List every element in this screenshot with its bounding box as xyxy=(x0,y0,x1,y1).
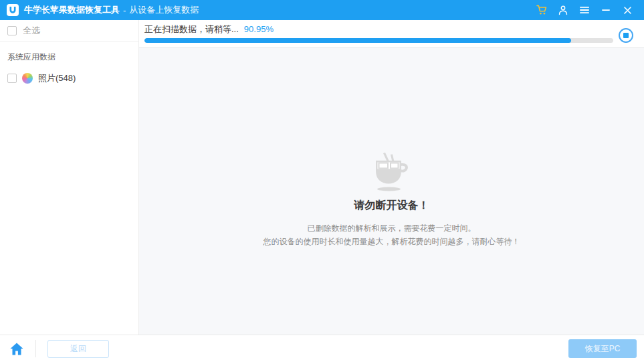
progress-bar-track xyxy=(144,38,613,43)
coffee-cup-icon xyxy=(370,152,414,192)
sidebar: 全选 系统应用数据 照片(548) xyxy=(0,20,139,335)
stop-icon xyxy=(623,33,629,38)
scan-status-text: 正在扫描数据，请稍等... xyxy=(144,23,239,35)
user-icon[interactable] xyxy=(554,3,572,17)
title-separator: - xyxy=(123,5,126,15)
footer-divider xyxy=(35,340,36,357)
do-not-disconnect-heading: 请勿断开设备！ xyxy=(354,199,429,213)
hamburger-menu-icon[interactable] xyxy=(576,3,593,17)
body: 全选 系统应用数据 照片(548) 正在扫描数据，请稍等... 90.95% xyxy=(0,20,644,335)
content-description-line1: 已删除数据的解析和展示，需要花费一定时间。 xyxy=(263,221,520,235)
window-subtitle: 从设备上恢复数据 xyxy=(129,4,199,16)
back-button[interactable]: 返回 xyxy=(47,340,109,358)
content-description-line2: 您的设备的使用时长和使用量越大，解析花费的时间越多，请耐心等待！ xyxy=(263,235,520,248)
photos-checkbox[interactable] xyxy=(7,74,17,83)
section-label-system-app-data: 系统应用数据 xyxy=(0,42,138,68)
app-title: 牛学长苹果数据恢复工具 xyxy=(24,4,120,16)
sidebar-item-photos[interactable]: 照片(548) xyxy=(0,68,138,88)
content-panel: 请勿断开设备！ 已删除数据的解析和展示，需要花费一定时间。 您的设备的使用时长和… xyxy=(139,48,644,335)
photos-flower-icon xyxy=(22,73,33,84)
scan-percent-value: 90.95% xyxy=(244,24,274,34)
photos-label: 照片(548) xyxy=(38,72,76,84)
select-all-row[interactable]: 全选 xyxy=(0,20,138,42)
content-description: 已删除数据的解析和展示，需要花费一定时间。 您的设备的使用时长和使用量越大，解析… xyxy=(263,221,520,248)
app-window: 牛学长苹果数据恢复工具 - 从设备上恢复数据 xyxy=(0,0,644,362)
scan-progress-row: 正在扫描数据，请稍等... 90.95% xyxy=(139,20,644,48)
recover-to-pc-button[interactable]: 恢复至PC xyxy=(568,339,637,358)
close-icon[interactable] xyxy=(619,3,636,17)
main-area: 正在扫描数据，请稍等... 90.95% xyxy=(139,20,644,335)
home-icon xyxy=(10,343,23,355)
stop-scan-button[interactable] xyxy=(619,28,633,43)
select-all-label: 全选 xyxy=(23,25,40,37)
home-button[interactable] xyxy=(9,341,24,356)
progress-fill xyxy=(144,38,571,43)
ultdata-logo-icon xyxy=(7,4,19,16)
cart-icon[interactable] xyxy=(533,3,550,17)
titlebar: 牛学长苹果数据恢复工具 - 从设备上恢复数据 xyxy=(0,0,644,20)
select-all-checkbox[interactable] xyxy=(7,26,17,35)
footer-bar: 返回 恢复至PC xyxy=(0,335,644,362)
minimize-icon[interactable] xyxy=(597,3,615,17)
